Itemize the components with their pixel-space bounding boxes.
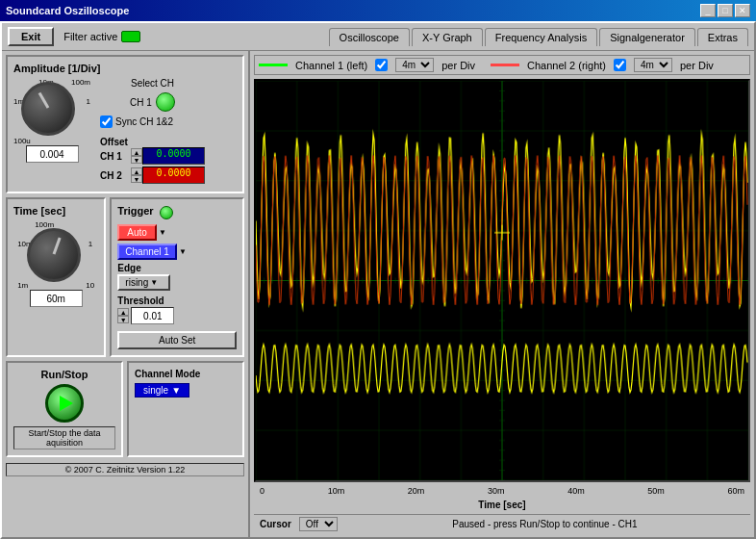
xaxis-10m: 10m — [328, 486, 345, 496]
ch2-offset-spin[interactable]: ▲ ▼ — [131, 167, 142, 183]
tab-xy-graph[interactable]: X-Y Graph — [412, 28, 483, 46]
sync-checkbox[interactable] — [100, 116, 113, 128]
ch2-bar-checkbox[interactable] — [614, 59, 626, 71]
amplitude-value[interactable]: 0.004 — [26, 145, 79, 163]
filter-active-led — [121, 31, 140, 42]
run-stop-row: Run/Stop Start/Stop the data aquisition … — [6, 361, 244, 457]
amplitude-section: Amplitude [1/Div] 10m 100m 1m 1 100u — [6, 55, 244, 193]
xaxis-40m: 40m — [567, 486, 585, 496]
ch2-offset-up[interactable]: ▲ — [131, 167, 142, 175]
trigger-channel-btn[interactable]: Channel 1 — [117, 244, 177, 260]
offset-area: Offset CH 1 ▲ ▼ 0.0000 — [100, 136, 205, 186]
sync-label: Sync CH 1&2 — [115, 116, 173, 127]
channel-mode-section: Channel Mode single ▼ — [127, 361, 244, 457]
trigger-channel-dropdown[interactable]: ▼ — [179, 247, 187, 256]
threshold-label: Threshold — [117, 295, 174, 306]
edge-dropdown-arrow: ▼ — [150, 278, 158, 287]
offset-title: Offset — [100, 137, 128, 147]
amplitude-controls: 10m 100m 1m 1 100u 0.004 — [13, 78, 237, 186]
trigger-led — [160, 206, 173, 219]
amp-label-100u: 100u — [13, 137, 31, 145]
minimize-button[interactable]: _ — [700, 4, 716, 17]
status-text: Paused - press Run/Stop to continue - CH… — [345, 519, 744, 529]
xaxis-30m: 30m — [488, 486, 505, 496]
xaxis-50m: 50m — [647, 486, 665, 496]
ch1-bar-checkbox[interactable] — [375, 59, 388, 71]
ch1-per-div-unit: per Div — [441, 60, 475, 71]
top-bar: Exit Filter active Oscilloscope X-Y Grap… — [2, 23, 754, 51]
xaxis-labels: 0 10m 20m 30m 40m 50m 60m — [254, 486, 750, 496]
run-stop-button[interactable] — [45, 384, 84, 423]
maximize-button[interactable]: □ — [718, 4, 733, 17]
edge-dropdown[interactable]: rising ▼ — [117, 274, 170, 291]
channel-mode-label: Channel Mode — [135, 369, 237, 379]
trigger-mode-dropdown[interactable]: ▼ — [159, 228, 166, 237]
threshold-spin[interactable]: ▲ ▼ — [117, 308, 129, 323]
ch2-offset-down[interactable]: ▼ — [131, 175, 142, 183]
filter-active-area: Filter active — [63, 31, 140, 42]
window-title: Soundcard Oszilloscope — [6, 5, 129, 16]
knob-marker — [38, 92, 50, 109]
ch1-offset-spin[interactable]: ▲ ▼ — [131, 148, 142, 164]
auto-set-button[interactable]: Auto Set — [117, 331, 237, 349]
oscilloscope-display — [254, 79, 750, 482]
xaxis-title: Time [sec] — [254, 500, 750, 510]
ch1-per-div-select[interactable]: 4m — [395, 58, 434, 72]
filter-active-label: Filter active — [63, 31, 117, 42]
bottom-bar: Cursor Off Paused - press Run/Stop to co… — [254, 514, 750, 533]
xaxis-20m: 20m — [408, 486, 425, 496]
amplitude-knob[interactable] — [21, 82, 75, 136]
start-stop-label: Start/Stop the data aquisition — [13, 426, 115, 449]
edge-label: Edge — [117, 263, 237, 273]
time-knob[interactable] — [27, 228, 81, 282]
time-title: Time [sec] — [13, 205, 98, 217]
tab-oscilloscope[interactable]: Oscilloscope — [329, 28, 410, 46]
threshold-down[interactable]: ▼ — [117, 316, 129, 323]
right-panel: Channel 1 (left) 4m per Div Channel 2 (r… — [250, 51, 754, 537]
threshold-value[interactable]: 0.01 — [131, 307, 174, 324]
channel-mode-arrow: ▼ — [171, 385, 181, 396]
time-trigger-row: Time [sec] 100m 10m 1 1m 10 60m — [6, 197, 244, 357]
time-section: Time [sec] 100m 10m 1 1m 10 60m — [6, 197, 106, 357]
ch2-offset-label: CH 2 — [100, 170, 127, 181]
ch1-offset-down[interactable]: ▼ — [131, 156, 142, 164]
edge-value: rising — [125, 277, 148, 288]
cursor-select[interactable]: Off — [299, 517, 338, 531]
channel-mode-value: single — [143, 385, 168, 396]
xaxis-60m: 60m — [727, 486, 744, 496]
ch1-offset-up[interactable]: ▲ — [131, 148, 142, 156]
time-label-1: 1 — [88, 240, 92, 248]
close-button[interactable]: ✕ — [735, 4, 750, 17]
select-ch-label: Select CH — [131, 78, 174, 89]
amplitude-title: Amplitude [1/Div] — [13, 63, 237, 74]
amp-label-100m: 100m — [71, 78, 90, 87]
ch1-line — [259, 64, 288, 66]
content-area: Amplitude [1/Div] 10m 100m 1m 1 100u — [2, 51, 754, 537]
title-bar: Soundcard Oszilloscope _ □ ✕ — [0, 0, 756, 21]
cursor-label: Cursor — [260, 519, 291, 529]
exit-button[interactable]: Exit — [8, 27, 54, 46]
channel-mode-button[interactable]: single ▼ — [135, 383, 189, 398]
tab-extras[interactable]: Extras — [697, 28, 748, 46]
play-icon — [60, 396, 73, 411]
trigger-section: Trigger Auto ▼ Channel 1 ▼ Edg — [110, 197, 244, 357]
copyright-text: © 2007 C. Zeitnitz Version 1.22 — [6, 463, 244, 476]
tab-signalgenerator[interactable]: Signalgenerator — [599, 28, 695, 46]
trigger-mode-auto[interactable]: Auto — [117, 224, 157, 241]
trigger-title: Trigger — [117, 205, 153, 217]
ch2-per-div-select[interactable]: 4m — [634, 58, 672, 72]
ch1-offset-input[interactable]: 0.0000 — [142, 147, 205, 165]
xaxis-0: 0 — [260, 486, 265, 496]
threshold-up[interactable]: ▲ — [117, 308, 129, 316]
threshold-area: Threshold ▲ ▼ 0.01 — [117, 295, 237, 324]
ch2-bar-label: Channel 2 (right) — [527, 60, 606, 71]
channel-bar: Channel 1 (left) 4m per Div Channel 2 (r… — [254, 55, 750, 75]
tab-bar: Oscilloscope X-Y Graph Frequency Analysi… — [329, 28, 748, 46]
time-value[interactable]: 60m — [30, 290, 83, 307]
run-stop-section: Run/Stop Start/Stop the data aquisition — [6, 361, 123, 457]
ch2-offset-input[interactable]: 0.0000 — [142, 167, 205, 184]
ch2-line — [491, 64, 519, 66]
ch1-offset-label: CH 1 — [100, 151, 127, 162]
tab-frequency-analysis[interactable]: Frequency Analysis — [485, 28, 597, 46]
ch1-led — [156, 92, 175, 112]
